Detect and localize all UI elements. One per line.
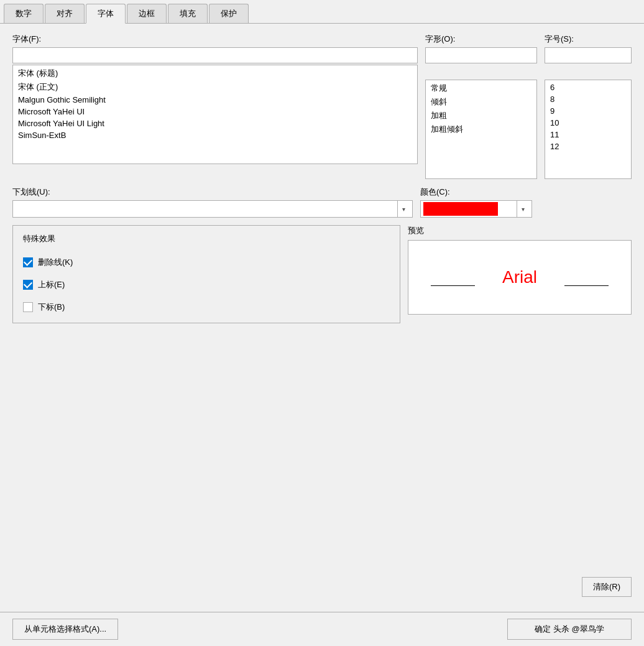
tab-biankuang[interactable]: 边框 xyxy=(127,4,167,23)
size-item-5[interactable]: 12 xyxy=(545,141,631,152)
strikethrough-label: 删除线(K) xyxy=(38,257,73,268)
format-from-cell-button[interactable]: 从单元格选择格式(A)... xyxy=(12,619,118,640)
color-swatch xyxy=(423,202,498,216)
font-item-3[interactable]: Microsoft YaHei UI xyxy=(13,106,417,118)
preview-box: Arial xyxy=(408,240,632,315)
underline-dropdown-arrow[interactable]: ▾ xyxy=(397,201,410,217)
font-list[interactable]: 宋体 (标题) 宋体 (正文) Malgun Gothic Semilight … xyxy=(12,65,418,164)
subscript-label: 下标(B) xyxy=(38,302,65,313)
size-section: 字号(S): 6 8 9 10 11 12 xyxy=(545,34,632,179)
size-label: 字号(S): xyxy=(545,34,632,45)
confirm-button[interactable]: 确定 头杀 @翠鸟学 xyxy=(507,619,632,640)
superscript-label: 上标(E) xyxy=(38,279,65,290)
preview-text: Arial xyxy=(502,267,537,287)
size-item-4[interactable]: 11 xyxy=(545,129,631,141)
clear-button[interactable]: 清除(R) xyxy=(582,577,632,597)
tab-duiqi[interactable]: 对齐 xyxy=(45,4,85,23)
font-item-2[interactable]: Malgun Gothic Semilight xyxy=(13,94,417,106)
font-section: 字体(F): 宋体 (标题) 宋体 (正文) Malgun Gothic Sem… xyxy=(12,34,418,179)
preview-section: 预览 Arial xyxy=(408,225,632,323)
superscript-row: 上标(E) xyxy=(23,279,390,290)
underline-color-row: 下划线(U): ▾ 颜色(C): ▾ xyxy=(12,187,632,218)
style-list[interactable]: 常规 倾斜 加粗 加粗倾斜 xyxy=(425,80,537,179)
tab-tianchong[interactable]: 填充 xyxy=(168,4,208,23)
style-input[interactable] xyxy=(425,47,537,63)
color-dropdown-arrow[interactable]: ▾ xyxy=(517,200,529,218)
clear-button-row: 清除(R) xyxy=(12,572,632,602)
size-item-2[interactable]: 9 xyxy=(545,105,631,117)
strikethrough-row: 删除线(K) xyxy=(23,257,390,268)
style-section: 字形(O): 常规 倾斜 加粗 加粗倾斜 xyxy=(425,34,537,179)
subscript-checkbox[interactable] xyxy=(23,302,33,312)
tab-ziti[interactable]: 字体 xyxy=(86,4,126,24)
font-item-5[interactable]: SimSun-ExtB xyxy=(13,129,417,141)
size-item-0[interactable]: 6 xyxy=(545,81,631,93)
color-label: 颜色(C): xyxy=(420,187,632,198)
effects-section: 特殊效果 删除线(K) 上标(E) 下标(B) xyxy=(12,225,400,323)
style-item-0[interactable]: 常规 xyxy=(426,81,536,95)
tab-bar: 数字 对齐 字体 边框 填充 保护 xyxy=(0,0,644,24)
effects-preview-row: 特殊效果 删除线(K) 上标(E) 下标(B) 预览 xyxy=(12,225,632,323)
format-cells-dialog: 数字 对齐 字体 边框 填充 保护 字体(F): 宋体 (标题) 宋体 (正文)… xyxy=(0,0,644,646)
size-list[interactable]: 6 8 9 10 11 12 xyxy=(545,80,632,179)
preview-title: 预览 xyxy=(408,225,632,236)
tab-content: 字体(F): 宋体 (标题) 宋体 (正文) Malgun Gothic Sem… xyxy=(0,24,644,612)
font-item-4[interactable]: Microsoft YaHei UI Light xyxy=(13,118,417,129)
size-item-3[interactable]: 10 xyxy=(545,117,631,129)
font-style-size-row: 字体(F): 宋体 (标题) 宋体 (正文) Malgun Gothic Sem… xyxy=(12,34,632,179)
tab-baohu[interactable]: 保护 xyxy=(209,4,249,23)
strikethrough-checkbox[interactable] xyxy=(23,257,33,267)
underline-dropdown[interactable]: ▾ xyxy=(12,200,413,218)
style-item-1[interactable]: 倾斜 xyxy=(426,95,536,109)
superscript-checkbox[interactable] xyxy=(23,280,33,290)
underline-label: 下划线(U): xyxy=(12,187,413,198)
style-label: 字形(O): xyxy=(425,34,537,45)
font-item-0[interactable]: 宋体 (标题) xyxy=(13,67,417,80)
spacer xyxy=(12,331,632,565)
effects-title: 特殊效果 xyxy=(23,233,390,244)
style-item-3[interactable]: 加粗倾斜 xyxy=(426,122,536,136)
size-item-1[interactable]: 8 xyxy=(545,93,631,105)
color-section: 颜色(C): ▾ xyxy=(420,187,632,218)
style-item-2[interactable]: 加粗 xyxy=(426,109,536,122)
underline-section: 下划线(U): ▾ xyxy=(12,187,413,218)
preview-underline-right xyxy=(564,285,609,286)
font-item-1[interactable]: 宋体 (正文) xyxy=(13,80,417,94)
color-dropdown[interactable]: ▾ xyxy=(420,200,532,218)
preview-underline-left xyxy=(431,285,476,286)
tab-shuzi[interactable]: 数字 xyxy=(4,4,44,23)
footer: 从单元格选择格式(A)... 确定 头杀 @翠鸟学 xyxy=(0,612,644,646)
font-input[interactable] xyxy=(12,47,418,63)
font-label: 字体(F): xyxy=(12,34,418,45)
size-input[interactable] xyxy=(545,47,632,63)
subscript-row: 下标(B) xyxy=(23,302,390,313)
